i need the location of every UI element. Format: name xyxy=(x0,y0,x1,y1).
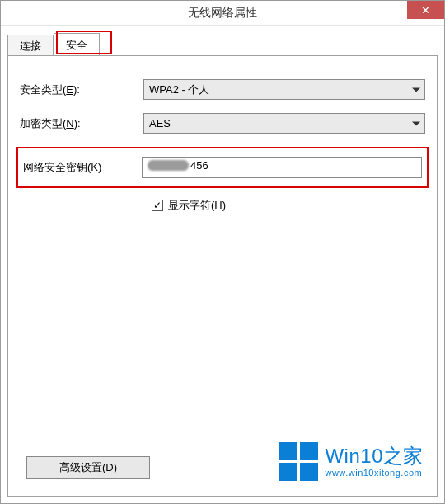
label-text: 网络安全密钥( xyxy=(23,161,91,173)
select-value: WPA2 - 个人 xyxy=(143,79,425,100)
chevron-down-icon xyxy=(412,121,420,125)
chevron-down-icon xyxy=(412,87,420,92)
label-text: ): xyxy=(73,83,80,96)
access-key: D xyxy=(105,461,113,473)
redacted-smudge xyxy=(148,160,189,171)
access-key: E xyxy=(66,83,73,96)
window-title: 无线网络属性 xyxy=(1,6,444,21)
row-security-type: 安全类型(E): WPA2 - 个人 xyxy=(20,79,425,100)
check-icon: ✓ xyxy=(153,200,162,210)
watermark: Win10之家 www.win10xitong.com xyxy=(279,442,424,481)
label-text: 安全类型( xyxy=(20,83,66,96)
close-button[interactable]: ✕ xyxy=(407,1,444,19)
annotation-highlight-key-row: 网络安全密钥(K) 456 xyxy=(16,147,429,188)
select-value: AES xyxy=(143,113,425,134)
tab-panel-security: 安全类型(E): WPA2 - 个人 加密类型(N): AES 网络安全密钥(K… xyxy=(7,55,438,497)
label-security-type: 安全类型(E): xyxy=(20,82,143,97)
label-encryption-type: 加密类型(N): xyxy=(20,116,143,131)
row-show-characters: ✓ 显示字符(H) xyxy=(152,198,425,213)
tab-strip: 连接安全 xyxy=(7,32,438,55)
label-text: ): xyxy=(74,117,81,130)
window: 无线网络属性 ✕ 连接安全 安全类型(E): WPA2 - 个人 加密类型(N)… xyxy=(0,0,445,504)
access-key: H xyxy=(214,199,222,211)
watermark-title: Win10之家 xyxy=(325,445,424,467)
watermark-url: www.win10xitong.com xyxy=(325,468,424,478)
label-text: ) xyxy=(222,199,226,211)
label-text: 加密类型( xyxy=(20,117,66,130)
advanced-settings-button[interactable]: 高级设置(D) xyxy=(26,456,150,479)
watermark-text: Win10之家 www.win10xitong.com xyxy=(325,445,424,477)
access-key: N xyxy=(66,117,73,130)
titlebar: 无线网络属性 ✕ xyxy=(1,1,444,26)
windows-logo-icon xyxy=(279,442,318,481)
label-text: 显示字符( xyxy=(168,199,214,211)
access-key: K xyxy=(91,161,98,173)
checkbox-show-characters[interactable]: ✓ xyxy=(152,200,163,211)
label-show-characters: 显示字符(H) xyxy=(168,198,226,213)
select-encryption-type[interactable]: AES xyxy=(143,113,425,134)
button-label: ) xyxy=(114,461,117,473)
close-icon: ✕ xyxy=(421,4,430,16)
label-text: ) xyxy=(98,161,101,173)
row-encryption-type: 加密类型(N): AES xyxy=(20,113,425,134)
select-security-type[interactable]: WPA2 - 个人 xyxy=(143,79,425,100)
button-label: 高级设置( xyxy=(59,461,105,473)
label-network-key: 网络安全密钥(K) xyxy=(23,160,142,175)
network-key-input[interactable]: 456 xyxy=(142,157,422,178)
key-value-visible-part: 456 xyxy=(190,159,208,172)
